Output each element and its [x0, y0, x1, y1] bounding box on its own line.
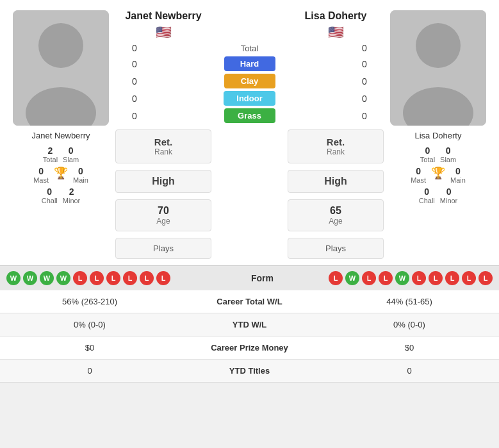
right-rank-sub: Rank	[327, 147, 345, 156]
left-chall-value: 0	[47, 187, 52, 197]
form-right-pills: LWLLWLLLLL	[313, 271, 493, 285]
left-player-stats-row2: 0 Mast 🏆 0 Main	[33, 166, 88, 184]
right-main-value: 0	[455, 166, 461, 176]
right-player-avatar	[390, 10, 486, 126]
surface-right-score-grass: 0	[345, 111, 384, 121]
left-player-panel: Janet Newberry 2 Total 0 Slam 0 Mast 🏆	[6, 10, 115, 259]
surface-row-total: 0 Total 0	[115, 42, 384, 54]
left-form-pill-3: W	[56, 271, 70, 285]
left-slam-value: 0	[69, 145, 74, 156]
left-form-pill-7: L	[123, 271, 137, 285]
stats-cell-right-3: 0	[320, 360, 499, 382]
left-rank-box: Ret. Rank	[115, 129, 211, 163]
stats-row-3: 0 YTD Titles 0	[0, 360, 499, 383]
surface-right-score-hard: 0	[345, 59, 384, 69]
right-slam-stat: 0 Slam	[440, 145, 456, 163]
form-section: WWWWLLLLLL Form LWLLWLLLLL	[0, 265, 499, 290]
right-slam-value: 0	[446, 145, 451, 156]
left-player-stats-row3: 0 Chall 2 Minor	[42, 187, 81, 204]
left-form-pill-5: L	[90, 271, 104, 285]
right-player-stats-row1: 0 Total 0 Slam	[420, 145, 456, 163]
stats-cell-left-0: 56% (263-210)	[0, 290, 179, 313]
right-age-num-box: 65 Age	[288, 199, 384, 231]
right-mast-label: Mast	[411, 176, 426, 184]
mid-left-player-name: Janet Newberry	[125, 10, 201, 22]
right-age-box: High	[288, 170, 384, 193]
right-rank-main: Ret.	[327, 137, 345, 147]
surface-rows: 0 Total 0 0 Hard 0 0 Clay 0 0 Indoor 0 0	[115, 42, 384, 126]
left-total-stat: 2 Total	[43, 145, 58, 163]
right-plays-box: Plays	[288, 238, 384, 259]
stats-cell-center-0: Career Total W/L	[179, 290, 320, 313]
stats-row-2: $0 Career Prize Money $0	[0, 336, 499, 360]
right-form-pill-5: L	[412, 271, 426, 285]
right-chall-stat: 0 Chall	[419, 187, 435, 204]
middle-panel: Janet Newberry 🇺🇸 Lisa Doherty 🇺🇸 0 Tota…	[115, 10, 384, 259]
right-minor-stat: 0 Minor	[440, 187, 458, 204]
left-player-avatar	[13, 10, 109, 126]
left-main-stat: 0 Main	[73, 166, 88, 184]
stats-cell-right-1: 0% (0-0)	[320, 313, 499, 336]
right-player-stats-row3: 0 Chall 0 Minor	[419, 187, 458, 204]
left-slam-label: Slam	[63, 156, 79, 163]
right-slam-label: Slam	[440, 156, 456, 163]
right-minor-label: Minor	[440, 197, 458, 204]
right-form-pill-8: L	[462, 271, 476, 285]
stats-cell-left-2: $0	[0, 336, 179, 359]
right-high-text: High	[324, 176, 347, 187]
right-form-pill-2: L	[362, 271, 376, 285]
left-high-text: High	[152, 176, 175, 187]
svg-point-1	[38, 23, 83, 68]
right-total-label: Total	[420, 156, 435, 163]
surface-left-score-total: 0	[115, 43, 154, 53]
right-main-stat: 0 Main	[450, 166, 466, 184]
left-minor-value: 2	[69, 187, 74, 197]
right-plays-label: Plays	[325, 244, 346, 253]
surface-left-score-grass: 0	[115, 111, 154, 121]
left-plays-box: Plays	[115, 238, 211, 259]
right-trophy-icon: 🏆	[431, 166, 445, 180]
left-rank-sub: Rank	[154, 147, 172, 156]
stats-table: 56% (263-210) Career Total W/L 44% (51-6…	[0, 290, 499, 383]
surface-right-score-total: 0	[345, 43, 384, 53]
main-container: Janet Newberry 2 Total 0 Slam 0 Mast 🏆	[0, 0, 499, 383]
stats-cell-right-0: 44% (51-65)	[320, 290, 499, 313]
right-form-pill-7: L	[445, 271, 459, 285]
surface-left-score-hard: 0	[115, 59, 154, 69]
left-trophy-icon: 🏆	[54, 166, 68, 180]
left-chall-label: Chall	[42, 197, 58, 204]
right-form-pill-9: L	[479, 271, 493, 285]
top-section: Janet Newberry 2 Total 0 Slam 0 Mast 🏆	[0, 0, 499, 265]
left-trophy-icon-item: 🏆	[54, 166, 68, 184]
left-total-label: Total	[43, 156, 58, 163]
left-form-pill-1: W	[23, 271, 37, 285]
left-form-pill-4: L	[73, 271, 87, 285]
right-chall-value: 0	[424, 187, 429, 197]
surface-row-indoor: 0 Indoor 0	[115, 91, 384, 106]
svg-point-4	[416, 23, 461, 68]
left-player-stats-row1: 2 Total 0 Slam	[43, 145, 79, 163]
left-form-pill-8: L	[140, 271, 154, 285]
left-mast-stat: 0 Mast	[33, 166, 49, 184]
surface-row-clay: 0 Clay 0	[115, 74, 384, 88]
right-chall-label: Chall	[419, 197, 435, 204]
right-form-pill-0: L	[329, 271, 343, 285]
surface-right-score-indoor: 0	[345, 94, 384, 104]
surface-badge-hard: Hard	[154, 56, 345, 71]
right-mast-stat: 0 Mast	[411, 166, 426, 184]
surface-row-hard: 0 Hard 0	[115, 56, 384, 71]
surface-badge-total: Total	[154, 42, 345, 54]
surface-badge-indoor: Indoor	[154, 91, 345, 106]
left-form-pill-9: L	[156, 271, 170, 285]
surface-row-grass: 0 Grass 0	[115, 108, 384, 123]
left-form-pill-0: W	[6, 271, 20, 285]
stats-cell-center-3: YTD Titles	[179, 360, 320, 382]
left-rank-main: Ret.	[154, 137, 172, 147]
left-mast-label: Mast	[33, 176, 49, 184]
left-player-name: Janet Newberry	[31, 131, 90, 140]
stats-cell-right-2: $0	[320, 336, 499, 359]
right-age-label: Age	[329, 217, 342, 226]
right-trophy-icon-item: 🏆	[431, 166, 445, 184]
right-flag: 🇺🇸	[328, 24, 344, 40]
stats-row-0: 56% (263-210) Career Total W/L 44% (51-6…	[0, 290, 499, 313]
